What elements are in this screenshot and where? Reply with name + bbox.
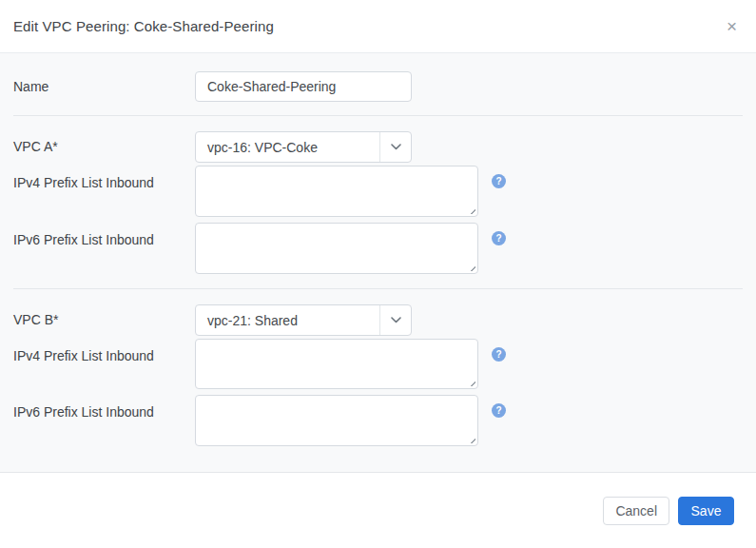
vpc-a-ipv6-inbound-textarea[interactable] bbox=[196, 224, 477, 273]
vpc-b-ipv6-textarea-box bbox=[195, 395, 478, 446]
vpc-a-ipv4-textarea-box bbox=[195, 166, 478, 217]
vpc-b-ipv4-inbound-textarea[interactable] bbox=[196, 340, 477, 388]
form-row-vpc-a-ipv6: IPv6 Prefix List Inbound ? bbox=[0, 223, 756, 274]
name-input[interactable] bbox=[195, 71, 412, 102]
dialog-header: Edit VPC Peering: Coke-Shared-Peering × bbox=[0, 0, 756, 53]
vpc-a-ipv6-label: IPv6 Prefix List Inbound bbox=[0, 223, 195, 248]
close-icon[interactable]: × bbox=[723, 15, 741, 37]
form-row-vpc-b-ipv4: IPv4 Prefix List Inbound ? bbox=[0, 339, 756, 389]
help-icon[interactable]: ? bbox=[492, 403, 506, 418]
vpc-b-label: VPC B* bbox=[0, 312, 195, 328]
form-row-vpc-a-ipv4: IPv4 Prefix List Inbound ? bbox=[0, 166, 756, 217]
save-button[interactable]: Save bbox=[678, 497, 734, 525]
form-row-vpc-b-ipv6: IPv6 Prefix List Inbound ? bbox=[0, 395, 756, 446]
vpc-a-ipv4-label: IPv4 Prefix List Inbound bbox=[0, 166, 195, 191]
vpc-b-ipv4-label: IPv4 Prefix List Inbound bbox=[0, 339, 195, 364]
vpc-a-selected-value: vpc-16: VPC-Coke bbox=[196, 140, 379, 155]
dialog-title: Edit VPC Peering: Coke-Shared-Peering bbox=[13, 18, 274, 34]
form-row-vpc-a: VPC A* vpc-16: VPC-Coke bbox=[0, 131, 756, 163]
name-label: Name bbox=[0, 79, 195, 95]
vpc-b-selected-value: vpc-21: Shared bbox=[196, 313, 379, 328]
chevron-down-icon bbox=[379, 132, 411, 162]
form-row-vpc-b: VPC B* vpc-21: Shared bbox=[0, 304, 756, 336]
dialog-body: Name VPC A* vpc-16: VPC-Coke IPv4 Prefix… bbox=[0, 53, 756, 472]
vpc-a-select[interactable]: vpc-16: VPC-Coke bbox=[195, 131, 412, 163]
dialog-footer: Cancel Save bbox=[0, 472, 756, 548]
vpc-b-ipv4-textarea-box bbox=[195, 339, 478, 389]
help-icon[interactable]: ? bbox=[492, 174, 506, 188]
help-icon[interactable]: ? bbox=[492, 347, 506, 362]
vpc-a-label: VPC A* bbox=[0, 139, 195, 155]
section-divider bbox=[13, 288, 743, 289]
cancel-button[interactable]: Cancel bbox=[603, 497, 669, 525]
vpc-a-ipv6-textarea-box bbox=[195, 223, 478, 274]
vpc-b-ipv6-inbound-textarea[interactable] bbox=[196, 396, 477, 445]
vpc-b-ipv6-label: IPv6 Prefix List Inbound bbox=[0, 395, 195, 421]
form-row-name: Name bbox=[0, 71, 756, 102]
section-divider bbox=[13, 115, 743, 116]
edit-vpc-peering-dialog: Edit VPC Peering: Coke-Shared-Peering × … bbox=[0, 0, 756, 548]
vpc-b-select[interactable]: vpc-21: Shared bbox=[195, 304, 412, 336]
chevron-down-icon bbox=[379, 305, 411, 335]
vpc-a-ipv4-inbound-textarea[interactable] bbox=[196, 166, 477, 216]
help-icon[interactable]: ? bbox=[492, 231, 506, 245]
